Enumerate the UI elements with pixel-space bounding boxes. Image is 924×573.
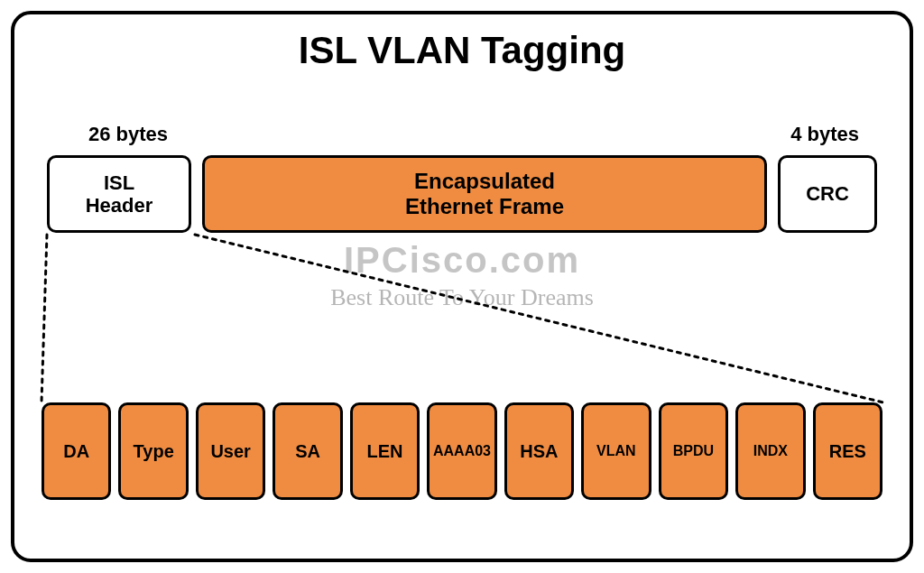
field-res: RES bbox=[813, 402, 882, 500]
isl-header-label: ISL Header bbox=[86, 171, 153, 217]
diagram-frame: ISL VLAN Tagging 26 bytes 4 bytes ISL He… bbox=[11, 11, 913, 562]
crc-size-label: 4 bytes bbox=[790, 123, 859, 146]
watermark-slogan: Best Route To Your Dreams bbox=[14, 284, 910, 311]
field-indx: INDX bbox=[735, 402, 805, 500]
field-sa: SA bbox=[273, 402, 342, 500]
frame-structure-row: ISL Header Encapsulated Ethernet Frame C… bbox=[47, 155, 877, 233]
isl-header-block: ISL Header bbox=[47, 155, 191, 233]
svg-line-0 bbox=[42, 235, 47, 402]
watermark-brand: IPCisco.com bbox=[14, 240, 910, 281]
field-user: User bbox=[196, 402, 265, 500]
crc-block: CRC bbox=[778, 155, 877, 233]
watermark: IPCisco.com Best Route To Your Dreams bbox=[14, 240, 910, 311]
field-da: DA bbox=[42, 402, 111, 500]
field-bpdu: BPDU bbox=[659, 402, 728, 500]
isl-header-fields-row: DA Type User SA LEN AAAA03 HSA VLAN BPDU… bbox=[42, 402, 882, 500]
field-vlan: VLAN bbox=[581, 402, 651, 500]
field-aaaa03: AAAA03 bbox=[427, 402, 496, 500]
encapsulated-frame-label: Encapsulated Ethernet Frame bbox=[405, 169, 564, 218]
svg-line-1 bbox=[195, 235, 883, 402]
header-size-label: 26 bytes bbox=[88, 123, 168, 146]
encapsulated-frame-block: Encapsulated Ethernet Frame bbox=[202, 155, 767, 233]
field-type: Type bbox=[118, 402, 188, 500]
field-len: LEN bbox=[350, 402, 420, 500]
crc-label: CRC bbox=[806, 182, 849, 205]
diagram-title: ISL VLAN Tagging bbox=[14, 29, 910, 72]
field-hsa: HSA bbox=[504, 402, 574, 500]
